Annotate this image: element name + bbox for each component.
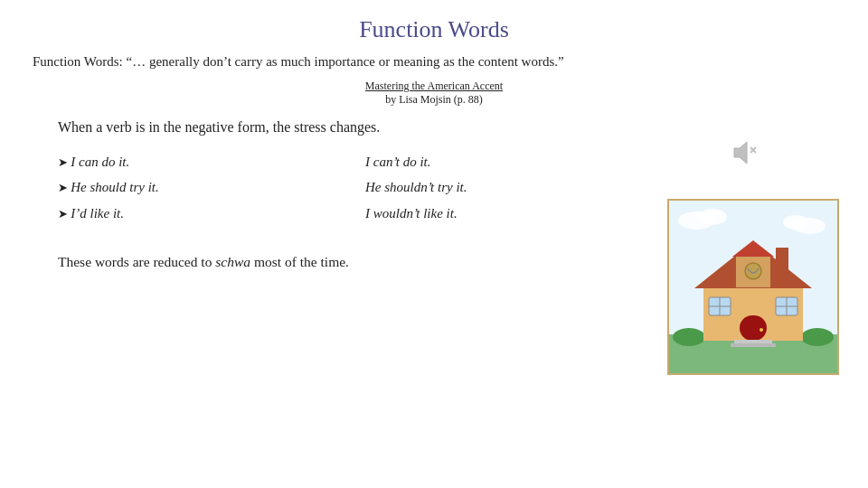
examples-right-col: I can’t do it. He shouldn’t try it. I wo… <box>365 152 564 230</box>
page-title: Function Words <box>33 16 835 43</box>
example-left-3: I’d like it. <box>58 203 365 224</box>
example-right-1: I can’t do it. <box>365 152 564 173</box>
speaker-icon-area[interactable] <box>731 140 760 171</box>
example-left-2: He should try it. <box>58 177 365 198</box>
examples-left-col: I can do it. He should try it. I’d like … <box>58 152 365 230</box>
schwa-italic: schwa <box>215 254 250 269</box>
svg-point-26 <box>783 215 808 230</box>
citation-block: Mastering the American Accent by Lisa Mo… <box>33 80 835 107</box>
stress-sentence: When a verb is in the negative form, the… <box>58 119 835 136</box>
schwa-after: most of the time. <box>250 254 349 269</box>
svg-point-12 <box>745 263 761 279</box>
svg-point-14 <box>760 328 763 332</box>
svg-point-24 <box>698 209 727 225</box>
svg-point-5 <box>673 328 705 346</box>
house-illustration <box>667 199 839 375</box>
svg-rect-16 <box>731 343 776 347</box>
svg-marker-0 <box>734 142 747 164</box>
citation-title: Mastering the American Accent <box>33 80 835 93</box>
svg-rect-13 <box>740 315 767 341</box>
svg-point-6 <box>801 328 834 346</box>
example-right-3: I wouldn’t like it. <box>365 203 564 224</box>
page: Function Words Function Words: “… genera… <box>0 0 868 488</box>
intro-paragraph: Function Words: “… generally don’t carry… <box>33 52 835 72</box>
svg-rect-9 <box>776 248 788 273</box>
schwa-before: These words are reduced to <box>58 254 215 269</box>
citation-subtitle: by Lisa Mojsin (p. 88) <box>33 93 835 107</box>
speaker-icon[interactable] <box>731 147 760 170</box>
example-left-1: I can do it. <box>58 152 365 173</box>
example-right-2: He shouldn’t try it. <box>365 177 564 198</box>
